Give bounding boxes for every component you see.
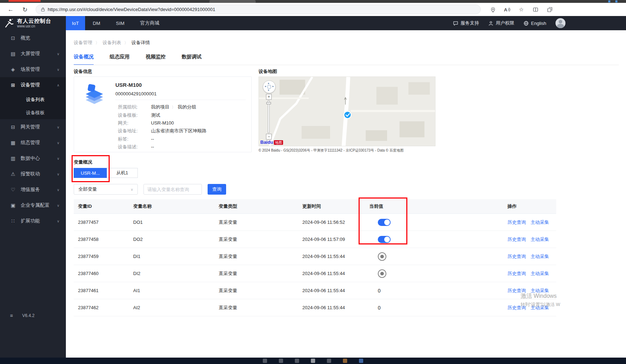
language-menu[interactable]: English [523, 21, 546, 26]
device-map-title: 设备地图 [259, 68, 277, 75]
chevron-down-icon: ∨ [57, 68, 59, 72]
sidebar-item-enterprise[interactable]: ▣ 企业专属配置 ∨ [0, 197, 66, 213]
split-screen-icon[interactable] [532, 6, 539, 14]
enterprise-icon: ▣ [10, 202, 16, 208]
history-query-link[interactable]: 历史查询 [507, 287, 526, 294]
column-header-variable-name: 变量名称 [129, 203, 214, 210]
sidebar-item-device-list[interactable]: 设备列表 [0, 93, 66, 106]
toggle-switch-on[interactable] [378, 219, 391, 226]
browser-refresh-button[interactable]: ↻ [20, 5, 30, 15]
address-bar[interactable]: https://mp.usr.cn/#/cloud/device/ViewDev… [36, 5, 481, 14]
query-button[interactable]: 查询 [208, 184, 226, 195]
logo-title: 有人云控制台 [17, 18, 51, 24]
chevron-down-icon: ∨ [57, 52, 59, 56]
history-query-link[interactable]: 历史查询 [507, 253, 526, 260]
device-info-card: USR-M100 0000004291000001 所属组织:我的项目〉我的分组… [74, 77, 252, 152]
nav-item-mall[interactable]: 官方商城 [132, 16, 167, 30]
chevron-down-icon: ∨ [131, 188, 133, 191]
sidebar-group-device: ⊞ 设备管理 ∧ 设备列表 设备模板 [0, 77, 66, 119]
sidebar-item-alarm[interactable]: ⚠ 报警联动 ∨ [0, 166, 66, 182]
value-added-icon: ♡ [10, 187, 16, 192]
sidebar-item-extended[interactable]: ∷ 扩展功能 ∨ [0, 213, 66, 229]
sidebar-item-gateway[interactable]: ⊟ 网关管理 ∨ [0, 119, 66, 135]
org-separator: 〉 [172, 105, 176, 109]
sidebar-item-data-center[interactable]: ▥ 数据中心 ∨ [0, 151, 66, 166]
column-header-actions: 操作 [500, 203, 556, 210]
sidebar-item-device-template[interactable]: 设备模板 [0, 106, 66, 119]
read-aloud-icon[interactable]: A [503, 6, 511, 14]
tab-strip-icon [615, 0, 617, 2]
taskbar-icon[interactable] [295, 359, 299, 363]
nav-item-iot[interactable]: IoT [66, 16, 85, 30]
variable-search-input[interactable] [144, 184, 202, 195]
user-avatar[interactable] [555, 18, 565, 28]
taskbar-icon[interactable] [359, 359, 363, 363]
map-zoom-slider[interactable] [268, 100, 270, 133]
taskbar-icon[interactable] [311, 359, 315, 363]
active-collect-link[interactable]: 主动采集 [531, 253, 549, 260]
tab-video-monitor[interactable]: 视频监控 [146, 54, 166, 65]
sidebar-item-big-screen[interactable]: ▤ 大屏管理 ∨ [0, 46, 66, 62]
tab-scada-app[interactable]: 组态应用 [110, 54, 130, 65]
browser-tab[interactable] [209, 0, 256, 3]
map-copyright: © 2024 Baidu - GS(2023)3206号 - 甲测资字11111… [259, 148, 404, 153]
history-query-link[interactable]: 历史查询 [507, 305, 526, 311]
active-collect-link[interactable]: 主动采集 [531, 236, 549, 243]
active-collect-link[interactable]: 主动采集 [531, 287, 549, 294]
variable-tab-usr-m[interactable]: USR-M... [74, 168, 107, 178]
app-logo[interactable]: 有人云控制台 www.usr.cn [0, 16, 66, 30]
sidebar-item-scene[interactable]: ◈ 场景管理 ∨ [0, 62, 66, 77]
browser-toolbar: ← ↻ https://mp.usr.cn/#/cloud/device/Vie… [0, 3, 626, 16]
history-query-link[interactable]: 历史查询 [507, 219, 526, 226]
windows-taskbar[interactable] [0, 358, 626, 364]
sidebar-item-overview[interactable]: ⊡ 概览 [0, 30, 66, 46]
history-query-link[interactable]: 历史查询 [507, 270, 526, 277]
breadcrumb-device-list[interactable]: 设备列表 [103, 39, 121, 46]
favorite-star-icon[interactable]: ☆ [517, 6, 525, 14]
device-map[interactable]: ▴ ▾ ◂ ▸ + − Baidu 地图 [259, 77, 435, 146]
taskbar-icon[interactable] [343, 359, 347, 363]
nav-item-sim[interactable]: SIM [108, 16, 132, 30]
breadcrumb: 设备管理 〉 设备列表 〉 设备详情 [74, 39, 150, 46]
active-collect-link[interactable]: 主动采集 [531, 270, 549, 277]
toggle-switch-on[interactable] [378, 236, 391, 243]
chevron-up-icon: ∧ [57, 83, 59, 87]
support-menu[interactable]: 服务支持 [453, 20, 479, 26]
sidebar-collapse-icon[interactable]: ≡ [10, 313, 13, 318]
active-collect-link[interactable]: 主动采集 [531, 219, 549, 226]
map-zoom-in-button[interactable]: + [266, 94, 272, 100]
taskbar-icon[interactable] [279, 359, 283, 363]
tab-data-debug[interactable]: 数据调试 [182, 54, 202, 65]
variable-type-select[interactable]: 全部变量 ∨ [74, 184, 138, 195]
active-collect-link[interactable]: 主动采集 [531, 305, 549, 311]
chevron-down-icon: ∨ [57, 188, 59, 192]
table-row: 23877458 DO2 直采变量 2024-09-06 11:57:09 历史… [74, 231, 556, 248]
sidebar-item-scada[interactable]: ▦ 组态管理 ∨ [0, 135, 66, 151]
permission-menu[interactable]: 用户权限 [488, 20, 514, 26]
browser-back-button[interactable]: ← [6, 5, 16, 15]
breadcrumb-device-detail: 设备详情 [131, 39, 150, 46]
header-right: 服务支持 用户权限 English [453, 16, 626, 30]
map-zoom-out-button[interactable]: − [266, 134, 272, 139]
column-header-variable-id: 变量ID [74, 203, 129, 210]
collections-icon[interactable] [546, 6, 554, 14]
sidebar-item-value-added[interactable]: ♡ 增值服务 ∨ [0, 182, 66, 197]
logo-subtitle: www.usr.cn [17, 24, 51, 28]
nav-item-dm[interactable]: DM [85, 16, 108, 30]
active-tab-accent [9, 0, 41, 2]
map-zoom-handle[interactable] [266, 102, 271, 104]
history-query-link[interactable]: 历史查询 [507, 236, 526, 243]
current-value-text: 0 [365, 305, 500, 311]
taskbar-icon[interactable] [327, 359, 331, 363]
extended-icon: ∷ [10, 218, 16, 224]
chevron-down-icon: ∨ [57, 157, 59, 160]
location-icon[interactable] [489, 6, 497, 14]
filter-row: 全部变量 ∨ 查询 [74, 184, 226, 195]
taskbar-icon[interactable] [263, 359, 267, 363]
tab-device-overview[interactable]: 设备概况 [74, 54, 94, 65]
variable-tab-slave1[interactable]: 从机1 [107, 168, 138, 178]
breadcrumb-device-management[interactable]: 设备管理 [74, 39, 92, 46]
chevron-down-icon: ∨ [57, 219, 59, 223]
sidebar-item-device-management[interactable]: ⊞ 设备管理 ∧ [0, 77, 66, 93]
map-pan-control[interactable]: ▴ ▾ ◂ ▸ [263, 80, 276, 93]
